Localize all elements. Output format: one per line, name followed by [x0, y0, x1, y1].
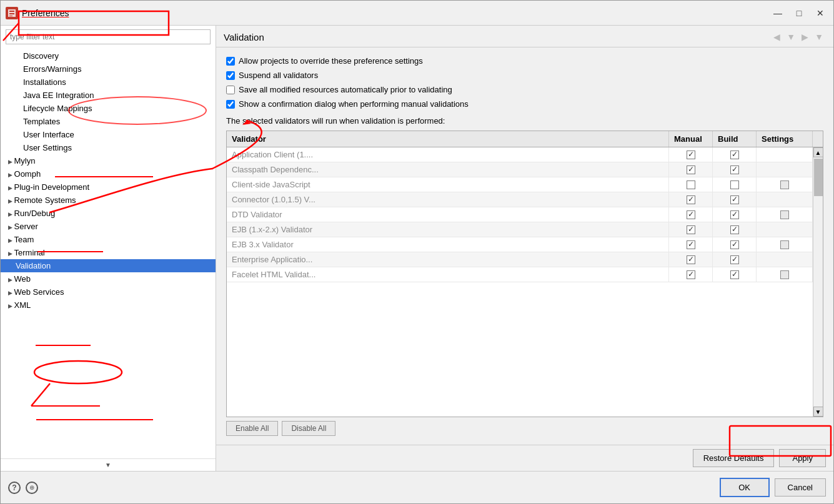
col-build: Build [713, 131, 757, 147]
scrollbar-up[interactable]: ▲ [813, 147, 823, 157]
table-description: The selected validators will run when va… [226, 116, 823, 126]
validator-manual[interactable] [669, 162, 713, 177]
validator-manual[interactable] [669, 252, 713, 267]
sidebar-item-team[interactable]: Team [1, 233, 216, 246]
validator-manual[interactable] [669, 147, 713, 162]
validator-build[interactable] [713, 162, 757, 177]
sidebar-item-installations[interactable]: Installations [1, 76, 216, 89]
suspend-validators-checkbox[interactable] [226, 71, 235, 80]
allow-override-checkbox[interactable] [226, 57, 235, 66]
minimize-button[interactable]: — [770, 6, 786, 20]
allow-override-row[interactable]: Allow projects to override these prefere… [226, 56, 823, 66]
show-confirmation-row[interactable]: Show a confirmation dialog when performi… [226, 99, 823, 109]
scrollbar-thumb[interactable] [814, 159, 823, 196]
show-confirmation-checkbox[interactable] [226, 100, 235, 109]
validator-build[interactable] [713, 207, 757, 222]
validator-settings[interactable] [757, 237, 813, 252]
table-row: Classpath Dependenc... [227, 162, 813, 177]
sidebar-item-oomph[interactable]: Oomph [1, 167, 216, 180]
validator-build[interactable] [713, 192, 757, 207]
validator-section: Validator Manual Build Settings Applicat… [226, 131, 823, 436]
validator-build[interactable] [713, 222, 757, 237]
help-icon[interactable]: ? [8, 482, 21, 494]
validator-settings[interactable] [757, 177, 813, 192]
sidebar-item-user-interface[interactable]: User Interface [1, 128, 216, 141]
svg-rect-2 [9, 13, 14, 14]
save-modified-row[interactable]: Save all modified resources automaticall… [226, 85, 823, 94]
sidebar-scroll-down[interactable]: ▼ [1, 458, 216, 471]
table-row: EJB (1.x-2.x) Validator [227, 222, 813, 237]
save-modified-checkbox[interactable] [226, 86, 235, 94]
nav-forward-menu-button[interactable]: ▼ [812, 31, 826, 43]
validator-build[interactable] [713, 267, 757, 282]
nav-buttons: ◀ ▼ ▶ ▼ [771, 31, 826, 43]
scrollbar-down[interactable]: ▼ [813, 407, 823, 417]
right-panel: Validation ◀ ▼ ▶ ▼ Allow projects to ove… [216, 26, 833, 471]
nav-forward-button[interactable]: ▶ [799, 31, 811, 43]
apply-button[interactable]: Apply [779, 449, 826, 467]
sidebar-item-validation[interactable]: Validation [1, 259, 216, 272]
filter-input[interactable] [6, 29, 211, 44]
table-scrollbar[interactable]: ▲ ▼ [813, 147, 823, 417]
maximize-button[interactable]: □ [791, 6, 807, 20]
sidebar-item-lifecycle[interactable]: Lifecycle Mappings [1, 102, 216, 115]
save-modified-label: Save all modified resources automaticall… [239, 85, 452, 94]
sidebar-item-server[interactable]: Server [1, 220, 216, 233]
validator-settings [757, 192, 813, 207]
panel-header: Validation ◀ ▼ ▶ ▼ [216, 26, 833, 47]
panel-body: Allow projects to override these prefere… [216, 47, 833, 445]
table-row: Enterprise Applicatio... [227, 252, 813, 267]
sidebar-item-xml[interactable]: XML [1, 299, 216, 312]
sidebar-item-run-debug[interactable]: Run/Debug [1, 207, 216, 220]
sidebar-item-web-services[interactable]: Web Services [1, 285, 216, 299]
validator-settings [757, 252, 813, 267]
validator-name: DTD Validator [227, 207, 669, 222]
sidebar-item-terminal[interactable]: Terminal [1, 246, 216, 259]
bottom-left-buttons: ? ⊕ [8, 482, 38, 494]
validator-manual[interactable] [669, 177, 713, 192]
disable-all-button[interactable]: Disable All [282, 421, 335, 436]
sidebar-item-web[interactable]: Web [1, 272, 216, 285]
col-settings: Settings [757, 131, 813, 147]
sidebar-item-templates[interactable]: Templates [1, 115, 216, 128]
link-icon[interactable]: ⊕ [26, 482, 38, 494]
sidebar-item-mylyn[interactable]: Mylyn [1, 154, 216, 167]
validator-name: Classpath Dependenc... [227, 162, 669, 177]
table-row: Connector (1.0,1.5) V... [227, 192, 813, 207]
sidebar-item-user-settings[interactable]: User Settings [1, 141, 216, 154]
sidebar-item-java-ee[interactable]: Java EE Integration [1, 89, 216, 102]
validator-manual[interactable] [669, 267, 713, 282]
allow-override-label: Allow projects to override these prefere… [239, 56, 423, 66]
table-row: Application Client (1.... [227, 147, 813, 162]
validator-name: Application Client (1.... [227, 147, 669, 162]
ok-button[interactable]: OK [720, 478, 770, 497]
table-row: DTD Validator [227, 207, 813, 222]
validator-build[interactable] [713, 252, 757, 267]
restore-defaults-button[interactable]: Restore Defaults [693, 449, 775, 467]
nav-back-button[interactable]: ◀ [771, 31, 783, 43]
validator-build[interactable] [713, 147, 757, 162]
validator-manual[interactable] [669, 207, 713, 222]
validator-manual[interactable] [669, 222, 713, 237]
apply-row: Restore Defaults Apply [216, 445, 833, 471]
validator-manual[interactable] [669, 237, 713, 252]
close-button[interactable]: ✕ [812, 6, 828, 20]
validator-build[interactable] [713, 177, 757, 192]
sidebar-item-errors-warnings[interactable]: Errors/Warnings [1, 62, 216, 76]
validator-manual[interactable] [669, 192, 713, 207]
suspend-validators-row[interactable]: Suspend all validators [226, 71, 823, 80]
svg-rect-3 [9, 16, 12, 16]
title-bar: Preferences — □ ✕ [1, 1, 833, 26]
bottom-bar: ? ⊕ OK Cancel [1, 471, 833, 503]
sidebar-item-plugin-dev[interactable]: Plug-in Development [1, 180, 216, 194]
validator-settings[interactable] [757, 267, 813, 282]
validator-build[interactable] [713, 237, 757, 252]
show-confirmation-label: Show a confirmation dialog when performi… [239, 99, 469, 109]
cancel-button[interactable]: Cancel [775, 478, 826, 497]
enable-all-button[interactable]: Enable All [226, 421, 278, 436]
sidebar-item-discovery[interactable]: Discovery [1, 49, 216, 62]
nav-back-menu-button[interactable]: ▼ [784, 31, 798, 43]
validator-settings [757, 222, 813, 237]
validator-settings[interactable] [757, 207, 813, 222]
sidebar-item-remote-systems[interactable]: Remote Systems [1, 194, 216, 207]
